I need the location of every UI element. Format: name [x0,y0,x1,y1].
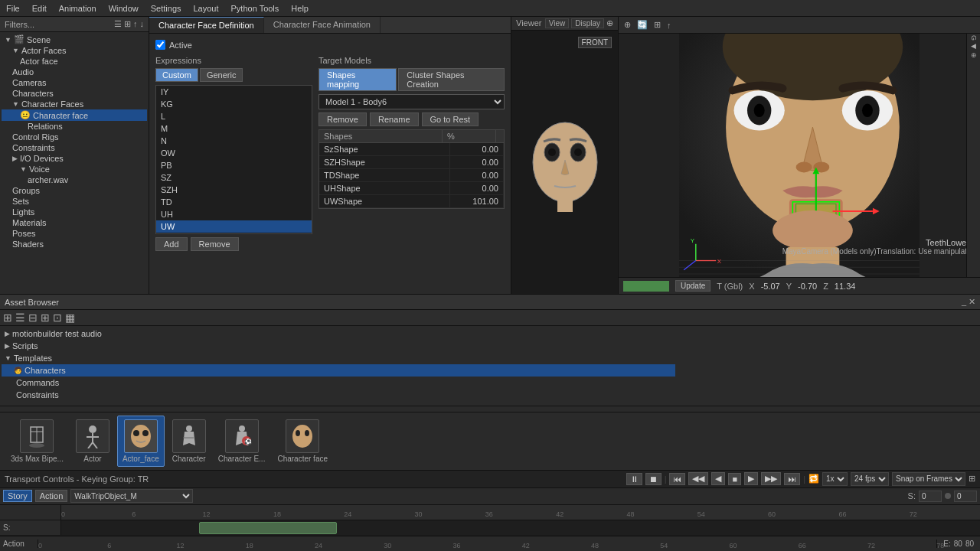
menu-file[interactable]: File [0,2,26,15]
expr-item-n[interactable]: N [156,135,312,147]
menu-animation[interactable]: Animation [53,2,103,15]
expr-item-sz[interactable]: SZ [156,171,312,184]
asset-close[interactable]: ✕ [969,297,975,307]
asset-templates[interactable]: ▼ Templates [2,352,978,364]
tree-groups[interactable]: Groups [2,185,147,196]
icon-character-ext[interactable]: ⚽ Character E... [214,416,270,466]
stop-button[interactable]: ■ [728,473,741,485]
shape-row-uhshape[interactable]: UHShape0.00 [319,182,504,195]
tree-shaders[interactable]: Shaders [2,239,147,249]
asset-commands[interactable]: Commands [2,377,978,389]
asset-icon-2[interactable]: ☰ [15,311,25,324]
expr-tab-custom[interactable]: Custom [155,68,198,82]
tree-characters[interactable]: Characters [2,88,147,99]
asset-icon-6[interactable]: ▦ [65,311,75,324]
menu-window[interactable]: Window [103,2,145,15]
rewind-button[interactable]: ◀ [711,472,725,485]
tree-actor-faces[interactable]: ▼ Actor Faces [2,45,147,56]
prev-key-button[interactable]: ◀◀ [688,472,708,485]
expr-item-td[interactable]: TD [156,196,312,208]
icon-character-face[interactable]: Character face [273,416,332,466]
nav-icon-1[interactable]: ☰ [114,19,122,29]
asset-icon-1[interactable]: ⊞ [3,311,12,324]
loop-icon[interactable]: 🔁 [808,474,819,484]
asset-scripts[interactable]: ▶ Scripts [2,340,978,352]
display-btn[interactable]: Display [571,18,604,28]
tree-control-rigs[interactable]: Control Rigs [2,132,147,142]
timeline-s-input[interactable] [919,491,942,502]
model-dropdown[interactable]: Model 1 - Body6 [318,94,505,109]
shape-row-szhshape[interactable]: SZHShape0.00 [319,156,504,169]
rename-model-button[interactable]: Rename [370,112,419,126]
icon-actor-face[interactable]: Actor_face [117,416,165,467]
tree-scene[interactable]: ▼ 🎬 Scene [2,34,147,45]
story-tab[interactable]: Story [3,490,32,502]
icon-character[interactable]: Character [168,416,211,466]
expr-item-szh[interactable]: SZH [156,184,312,196]
tree-audio[interactable]: Audio [2,67,147,77]
next-frame-button[interactable]: ⏭ [784,473,800,485]
tab-char-face-anim[interactable]: Character Face Animation [264,17,381,33]
viewer2d-icon1[interactable]: ⊕ [606,18,613,28]
shape-row-szshape[interactable]: SzShape0.00 [319,143,504,156]
shape-row-tdshape[interactable]: TDShape0.00 [319,169,504,182]
add-expression-button[interactable]: Add [155,237,188,251]
right-icon-1[interactable]: G [970,35,978,41]
snap-select[interactable]: Snap on Frames [892,472,965,486]
update-button[interactable]: Update [675,280,710,292]
asset-minimize[interactable]: _ [962,297,966,307]
expr-item-iy[interactable]: IY [156,86,312,98]
speed-select[interactable]: 1x [822,472,848,486]
expressions-list[interactable]: IYKGLMNOWPBSZSZHTDUHUW [155,85,312,234]
tree-constraints[interactable]: Constraints [2,142,147,153]
3d-icon-3[interactable]: ⊞ [652,20,663,30]
menu-layout[interactable]: Layout [188,2,225,15]
remove-expression-button[interactable]: Remove [191,237,239,251]
play-button[interactable]: ⏹ [645,473,662,485]
nav-icon-3[interactable]: ↑ [133,19,138,29]
fps-select[interactable]: 24 fps [851,472,889,486]
view-btn[interactable]: View [545,18,570,28]
tree-archer-wav[interactable]: archer.wav [2,174,147,185]
transport-expand[interactable]: ⊞ [969,474,975,484]
asset-characters[interactable]: 🧑 Characters [2,364,675,377]
right-icon-3[interactable]: ⊕ [971,51,977,59]
nav-icon-2[interactable]: ⊞ [124,19,131,29]
clip-segment[interactable] [199,522,337,534]
tree-cameras[interactable]: Cameras [2,77,147,88]
expr-item-uw[interactable]: UW [156,220,312,233]
go-to-rest-button[interactable]: Go to Rest [422,112,479,126]
target-tab-cluster[interactable]: Cluster Shapes Creation [398,68,505,91]
icon-3ds-max[interactable]: 3ds Max Bipe... [6,416,68,466]
tree-lights[interactable]: Lights [2,207,147,217]
asset-motionbuilder[interactable]: ▶ motionbuilder test audio [2,328,978,340]
3d-icon-4[interactable]: ↑ [665,21,674,30]
menu-help[interactable]: Help [285,2,315,15]
remove-model-button[interactable]: Remove [318,112,367,126]
active-checkbox[interactable] [155,40,165,50]
tree-relations[interactable]: Relations [2,121,147,132]
menu-python-tools[interactable]: Python Tools [225,2,286,15]
tree-character-face[interactable]: 😐 Character face [2,109,147,121]
next-key-button[interactable]: ▶▶ [761,472,781,485]
tree-actor-face[interactable]: Actor face [2,56,147,67]
3d-icon-1[interactable]: ⊕ [622,20,633,30]
expr-item-pb[interactable]: PB [156,159,312,171]
tab-char-face-def[interactable]: Character Face Definition [149,17,264,33]
expr-item-uh[interactable]: UH [156,208,312,220]
menu-edit[interactable]: Edit [26,2,53,15]
tree-poses[interactable]: Poses [2,228,147,239]
asset-icon-4[interactable]: ⊞ [41,311,50,324]
clip-select[interactable]: WalkTripObject_M [70,489,193,503]
tree-character-faces[interactable]: ▼ Character Faces [2,99,147,109]
asset-icon-3[interactable]: ⊟ [28,311,38,324]
expr-item-m[interactable]: M [156,122,312,135]
tree-sets[interactable]: Sets [2,196,147,207]
3d-icon-2[interactable]: 🔄 [635,20,650,30]
timeline-pos-input[interactable] [954,491,977,502]
action-tab[interactable]: Action [35,490,68,502]
asset-scrollbar[interactable] [0,406,980,412]
target-tab-shapes[interactable]: Shapes mapping [318,68,397,91]
menu-settings[interactable]: Settings [145,2,188,15]
expr-item-l[interactable]: L [156,110,312,122]
